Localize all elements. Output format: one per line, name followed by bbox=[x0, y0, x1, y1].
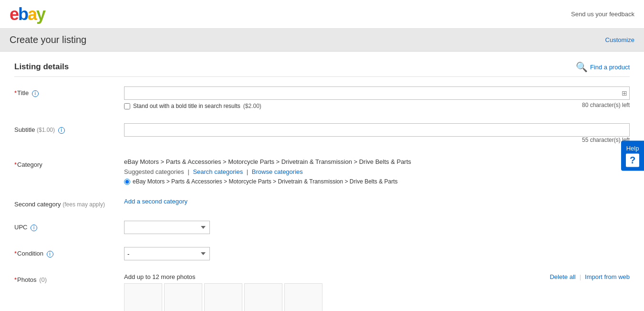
search-icon: 🔍 bbox=[576, 61, 588, 73]
photos-label: *Photos (0) bbox=[14, 273, 124, 283]
category-option-path: eBay Motors > Parts & Accessories > Moto… bbox=[133, 178, 398, 185]
delete-all-link[interactable]: Delete all bbox=[550, 273, 575, 280]
help-question-mark: ? bbox=[626, 153, 639, 167]
photos-actions: Add up to 12 more photos Delete all | Im… bbox=[124, 273, 630, 280]
title-label: *Title i bbox=[14, 86, 124, 97]
title-icon[interactable]: ⊞ bbox=[622, 89, 627, 97]
logo-e: e bbox=[10, 4, 18, 24]
logo-a: a bbox=[28, 4, 36, 24]
condition-required: * bbox=[14, 250, 17, 257]
photos-field: Add up to 12 more photos Delete all | Im… bbox=[124, 273, 630, 311]
suggested-label: Suggested categories bbox=[124, 168, 184, 175]
category-path: eBay Motors > Parts & Accessories > Moto… bbox=[124, 158, 630, 165]
bold-title-label: Stand out with a bold title in search re… bbox=[133, 103, 240, 109]
title-label-text: Title bbox=[17, 89, 29, 97]
upc-field: Does not apply bbox=[124, 221, 630, 234]
condition-row: *Condition i - New Used For parts or not… bbox=[14, 247, 630, 263]
main-content: Listing details 🔍 Find a product *Title … bbox=[0, 52, 644, 311]
condition-select[interactable]: - New Used For parts or not working bbox=[124, 247, 210, 260]
title-info-icon[interactable]: i bbox=[32, 90, 39, 97]
help-label: Help bbox=[626, 144, 639, 151]
subtitle-field: 55 character(s) left bbox=[124, 123, 630, 145]
title-required: * bbox=[14, 89, 17, 97]
find-product-button[interactable]: 🔍 Find a product bbox=[576, 61, 630, 73]
condition-info-icon[interactable]: i bbox=[47, 251, 53, 257]
photos-count: (0) bbox=[39, 276, 47, 283]
category-row: *Category eBay Motors > Parts & Accessor… bbox=[14, 158, 630, 187]
title-field: ⊞ Stand out with a bold title in search … bbox=[124, 86, 630, 110]
condition-label-text: Condition bbox=[17, 250, 43, 257]
category-option: eBay Motors > Parts & Accessories > Moto… bbox=[124, 178, 630, 185]
upc-label: UPC i bbox=[14, 221, 124, 231]
customize-link[interactable]: Customize bbox=[605, 36, 634, 43]
section-title: Listing details bbox=[14, 62, 69, 72]
subtitle-char-count: 55 character(s) left bbox=[124, 137, 630, 143]
section-header: Listing details 🔍 Find a product bbox=[14, 61, 630, 77]
title-input[interactable] bbox=[124, 86, 630, 100]
photos-separator: | bbox=[580, 273, 581, 280]
subtitle-label-text: Subtitle bbox=[14, 126, 35, 133]
help-button[interactable]: Help ? bbox=[621, 140, 644, 171]
upc-label-text: UPC bbox=[14, 224, 27, 231]
subtitle-row: Subtitle ($1.00) i 55 character(s) left bbox=[14, 123, 630, 148]
second-category-field: Add a second category bbox=[124, 198, 630, 205]
feedback-link[interactable]: Send us your feedback bbox=[571, 11, 634, 18]
second-category-sub: (fees may apply) bbox=[62, 201, 105, 208]
second-category-label-text: Second category bbox=[14, 201, 61, 208]
upc-row: UPC i Does not apply bbox=[14, 221, 630, 236]
photo-slot-1[interactable] bbox=[124, 283, 162, 311]
browse-categories-link[interactable]: Browse categories bbox=[252, 168, 303, 175]
search-categories-link[interactable]: Search categories bbox=[193, 168, 243, 175]
photo-slot-2[interactable] bbox=[164, 283, 202, 311]
find-product-label: Find a product bbox=[590, 64, 630, 71]
category-required: * bbox=[14, 161, 17, 168]
title-char-count: 80 character(s) left bbox=[582, 102, 630, 108]
feedback-anchor[interactable]: Send us your feedback bbox=[571, 11, 634, 18]
page-title-bar: Create your listing Customize bbox=[0, 29, 644, 52]
second-category-label: Second category (fees may apply) bbox=[14, 198, 124, 208]
category-radio[interactable] bbox=[124, 179, 130, 185]
photos-required: * bbox=[14, 276, 17, 283]
category-field: eBay Motors > Parts & Accessories > Moto… bbox=[124, 158, 630, 185]
category-label-text: Category bbox=[17, 161, 42, 168]
page-title: Create your listing bbox=[10, 34, 86, 45]
upc-select[interactable]: Does not apply bbox=[124, 221, 210, 234]
bold-title-row: Stand out with a bold title in search re… bbox=[124, 102, 630, 110]
category-label: *Category bbox=[14, 158, 124, 168]
bold-title-checkbox[interactable] bbox=[124, 103, 130, 109]
separator1: | bbox=[187, 168, 189, 175]
condition-label: *Condition i bbox=[14, 247, 124, 257]
title-row: *Title i ⊞ Stand out with a bold title i… bbox=[14, 86, 630, 113]
logo-b: b bbox=[18, 4, 28, 24]
title-input-wrapper: ⊞ bbox=[124, 86, 630, 100]
second-category-row: Second category (fees may apply) Add a s… bbox=[14, 198, 630, 210]
logo-y: y bbox=[36, 4, 45, 24]
photos-label-text: Photos bbox=[17, 276, 36, 283]
bold-title-price: ($2.00) bbox=[243, 103, 261, 109]
subtitle-input[interactable] bbox=[124, 123, 630, 137]
import-from-web-link[interactable]: Import from web bbox=[585, 273, 630, 280]
upc-info-icon[interactable]: i bbox=[31, 225, 37, 231]
add-second-category-link[interactable]: Add a second category bbox=[124, 198, 187, 205]
header: ebay Send us your feedback bbox=[0, 0, 644, 29]
separator2: | bbox=[247, 168, 248, 175]
subtitle-price: ($1.00) bbox=[37, 127, 55, 133]
subtitle-info-icon[interactable]: i bbox=[58, 127, 65, 134]
photo-slot-5[interactable] bbox=[284, 283, 322, 311]
ebay-logo[interactable]: ebay bbox=[10, 4, 45, 24]
photo-slot-3[interactable] bbox=[204, 283, 242, 311]
condition-field: - New Used For parts or not working bbox=[124, 247, 630, 260]
subtitle-label: Subtitle ($1.00) i bbox=[14, 123, 124, 134]
photos-placeholder bbox=[124, 283, 630, 311]
photos-add-text: Add up to 12 more photos bbox=[124, 273, 196, 280]
photos-row: *Photos (0) Add up to 12 more photos Del… bbox=[14, 273, 630, 311]
suggested-categories: Suggested categories | Search categories… bbox=[124, 168, 630, 175]
photo-slot-4[interactable] bbox=[244, 283, 282, 311]
photos-links: Delete all | Import from web bbox=[550, 273, 630, 280]
